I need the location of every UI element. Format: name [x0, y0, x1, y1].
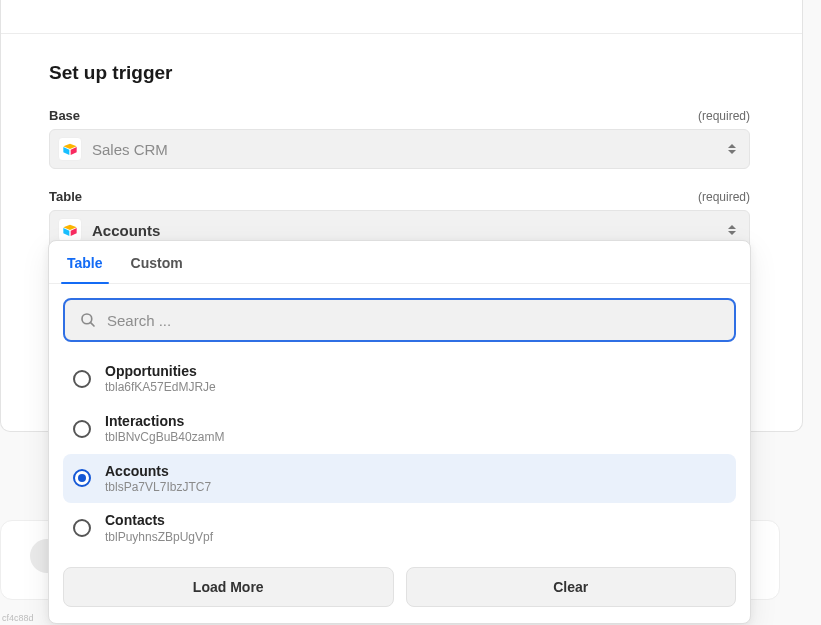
search-field[interactable] [63, 298, 736, 342]
option-subtitle: tblPuyhnsZBpUgVpf [105, 530, 213, 546]
chevron-updown-icon [727, 142, 737, 156]
radio-icon [73, 519, 91, 537]
option-title: Accounts [105, 462, 211, 480]
option-text: Opportunitiestbla6fKA57EdMJRJe [105, 362, 216, 396]
option-text: ContactstblPuyhnsZBpUgVpf [105, 511, 213, 545]
airtable-icon [58, 218, 82, 242]
option-subtitle: tblsPa7VL7IbzJTC7 [105, 480, 211, 496]
base-field-label: Base [49, 108, 80, 123]
card-divider [1, 18, 802, 34]
option-row[interactable]: AccountstblsPa7VL7IbzJTC7 [63, 454, 736, 504]
base-select-value: Sales CRM [92, 141, 168, 158]
option-subtitle: tblBNvCgBuB40zamM [105, 430, 224, 446]
airtable-icon [58, 137, 82, 161]
option-text: InteractionstblBNvCgBuB40zamM [105, 412, 224, 446]
chevron-updown-icon [727, 223, 737, 237]
option-title: Interactions [105, 412, 224, 430]
tab-table[interactable]: Table [67, 255, 103, 283]
option-title: Opportunities [105, 362, 216, 380]
load-more-button[interactable]: Load More [63, 567, 394, 607]
table-select-value: Accounts [92, 222, 160, 239]
option-row[interactable]: ContactstblPuyhnsZBpUgVpf [63, 503, 736, 553]
radio-icon [73, 420, 91, 438]
dropdown-tabs: Table Custom [49, 241, 750, 284]
page-title: Set up trigger [49, 62, 750, 84]
table-dropdown: Table Custom Opportunitiestbla6fKA57EdMJ… [48, 240, 751, 624]
tab-custom[interactable]: Custom [131, 255, 183, 283]
option-row[interactable]: Opportunitiestbla6fKA57EdMJRJe [63, 354, 736, 404]
base-required-hint: (required) [698, 109, 750, 123]
option-row[interactable]: InteractionstblBNvCgBuB40zamM [63, 404, 736, 454]
base-select[interactable]: Sales CRM [49, 129, 750, 169]
table-required-hint: (required) [698, 190, 750, 204]
watermark: cf4c88d [2, 613, 34, 623]
search-icon [79, 311, 97, 329]
radio-icon [73, 370, 91, 388]
option-text: AccountstblsPa7VL7IbzJTC7 [105, 462, 211, 496]
svg-line-7 [90, 322, 94, 326]
search-input[interactable] [107, 312, 720, 329]
option-title: Contacts [105, 511, 213, 529]
table-field-label: Table [49, 189, 82, 204]
options-list: Opportunitiestbla6fKA57EdMJRJeInteractio… [63, 354, 736, 553]
option-subtitle: tbla6fKA57EdMJRJe [105, 380, 216, 396]
clear-button[interactable]: Clear [406, 567, 737, 607]
radio-icon [73, 469, 91, 487]
